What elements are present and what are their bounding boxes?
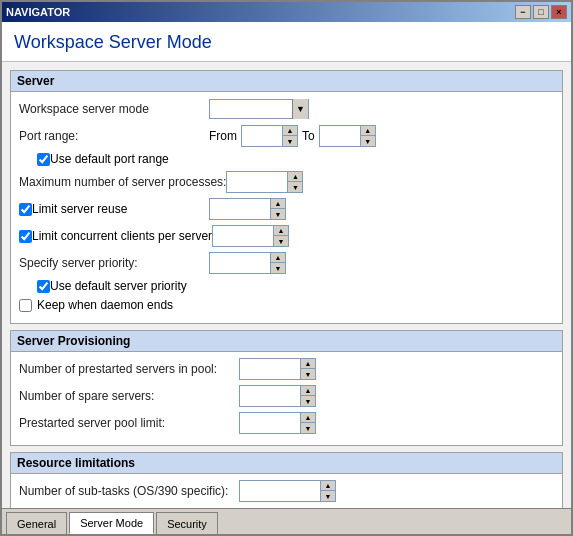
prestarted-pool-limit-up-btn[interactable]: ▲ bbox=[301, 413, 315, 423]
max-server-processes-down-btn[interactable]: ▼ bbox=[288, 182, 302, 192]
prestarted-servers-spinner-btns: ▲ ▼ bbox=[300, 359, 315, 379]
subtasks-input[interactable]: 0 bbox=[240, 481, 320, 501]
limit-server-reuse-down-btn[interactable]: ▼ bbox=[271, 209, 285, 219]
specify-server-priority-down-btn[interactable]: ▼ bbox=[271, 263, 285, 273]
keep-when-daemon-ends-checkbox[interactable] bbox=[19, 299, 32, 312]
prestarted-pool-limit-input[interactable]: 0 bbox=[240, 413, 300, 433]
server-provisioning-body: Number of prestarted servers in pool: 0 … bbox=[11, 352, 562, 445]
subtasks-down-btn[interactable]: ▼ bbox=[321, 491, 335, 501]
limit-server-reuse-spinner-btns: ▲ ▼ bbox=[270, 199, 285, 219]
resource-limitations-section: Resource limitations Number of sub-tasks… bbox=[10, 452, 563, 508]
port-to-down-btn[interactable]: ▼ bbox=[361, 136, 375, 146]
use-default-port-range-checkbox[interactable] bbox=[37, 153, 50, 166]
port-range-controls: From 0 ▲ ▼ To 0 bbox=[209, 125, 376, 147]
specify-server-priority-row: Specify server priority: 0 ▲ ▼ bbox=[19, 252, 554, 274]
prestarted-servers-row: Number of prestarted servers in pool: 0 … bbox=[19, 358, 554, 380]
limit-concurrent-clients-input[interactable]: 0 bbox=[213, 226, 273, 246]
page-title: Workspace Server Mode bbox=[2, 22, 571, 62]
port-to-spinner: 0 ▲ ▼ bbox=[319, 125, 376, 147]
workspace-server-mode-input[interactable] bbox=[210, 100, 292, 118]
workspace-server-mode-row: Workspace server mode ▼ bbox=[19, 98, 554, 120]
server-section-header: Server bbox=[11, 71, 562, 92]
spare-servers-down-btn[interactable]: ▼ bbox=[301, 396, 315, 406]
limit-concurrent-clients-row: Limit concurrent clients per server 0 ▲ … bbox=[19, 225, 554, 247]
restore-button[interactable]: □ bbox=[533, 5, 549, 19]
content-area: Workspace Server Mode Server Workspace s… bbox=[2, 22, 571, 534]
use-default-port-range-label: Use default port range bbox=[50, 152, 169, 166]
subtasks-label: Number of sub-tasks (OS/390 specific): bbox=[19, 484, 239, 498]
spare-servers-spinner-btns: ▲ ▼ bbox=[300, 386, 315, 406]
server-provisioning-header: Server Provisioning bbox=[11, 331, 562, 352]
limit-concurrent-clients-up-btn[interactable]: ▲ bbox=[274, 226, 288, 236]
tab-server-mode[interactable]: Server Mode bbox=[69, 512, 154, 534]
port-to-input[interactable]: 0 bbox=[320, 126, 360, 146]
max-server-processes-spinner-btns: ▲ ▼ bbox=[287, 172, 302, 192]
prestarted-servers-input[interactable]: 0 bbox=[240, 359, 300, 379]
limit-concurrent-clients-label: Limit concurrent clients per server bbox=[32, 229, 212, 243]
workspace-server-mode-dropdown[interactable]: ▼ bbox=[209, 99, 309, 119]
use-default-server-priority-checkbox[interactable] bbox=[37, 280, 50, 293]
port-from-up-btn[interactable]: ▲ bbox=[283, 126, 297, 136]
use-default-server-priority-row: Use default server priority bbox=[37, 279, 554, 293]
limit-concurrent-clients-checkbox[interactable] bbox=[19, 230, 32, 243]
max-server-processes-input[interactable]: 0 bbox=[227, 172, 287, 192]
prestarted-pool-limit-row: Prestarted server pool limit: 0 ▲ ▼ bbox=[19, 412, 554, 434]
port-from-input[interactable]: 0 bbox=[242, 126, 282, 146]
tab-security[interactable]: Security bbox=[156, 512, 218, 534]
max-server-processes-up-btn[interactable]: ▲ bbox=[288, 172, 302, 182]
main-window: NAVIGATOR − □ × Workspace Server Mode Se… bbox=[0, 0, 573, 536]
keep-when-daemon-ends-label: Keep when daemon ends bbox=[37, 298, 173, 312]
port-from-spinner-btns: ▲ ▼ bbox=[282, 126, 297, 146]
prestarted-pool-limit-down-btn[interactable]: ▼ bbox=[301, 423, 315, 433]
max-server-processes-label: Maximum number of server processes: bbox=[19, 175, 226, 189]
tabs-bar: General Server Mode Security bbox=[2, 508, 571, 534]
keep-when-daemon-ends-row: Keep when daemon ends bbox=[19, 298, 554, 312]
limit-concurrent-clients-spinner-btns: ▲ ▼ bbox=[273, 226, 288, 246]
port-to-label: To bbox=[302, 129, 315, 143]
specify-server-priority-up-btn[interactable]: ▲ bbox=[271, 253, 285, 263]
tab-general[interactable]: General bbox=[6, 512, 67, 534]
specify-server-priority-label: Specify server priority: bbox=[19, 256, 209, 270]
server-provisioning-section: Server Provisioning Number of prestarted… bbox=[10, 330, 563, 446]
spare-servers-input[interactable]: 0 bbox=[240, 386, 300, 406]
main-content: Server Workspace server mode ▼ Port rang… bbox=[2, 62, 571, 508]
title-bar: NAVIGATOR − □ × bbox=[2, 2, 571, 22]
prestarted-servers-up-btn[interactable]: ▲ bbox=[301, 359, 315, 369]
prestarted-servers-spinner: 0 ▲ ▼ bbox=[239, 358, 316, 380]
title-bar-buttons: − □ × bbox=[515, 5, 567, 19]
specify-server-priority-input[interactable]: 0 bbox=[210, 253, 270, 273]
prestarted-pool-limit-spinner: 0 ▲ ▼ bbox=[239, 412, 316, 434]
server-section: Server Workspace server mode ▼ Port rang… bbox=[10, 70, 563, 324]
subtasks-up-btn[interactable]: ▲ bbox=[321, 481, 335, 491]
subtasks-row: Number of sub-tasks (OS/390 specific): 0… bbox=[19, 480, 554, 502]
limit-concurrent-clients-down-btn[interactable]: ▼ bbox=[274, 236, 288, 246]
prestarted-servers-label: Number of prestarted servers in pool: bbox=[19, 362, 239, 376]
resource-limitations-header: Resource limitations bbox=[11, 453, 562, 474]
workspace-server-mode-label: Workspace server mode bbox=[19, 102, 209, 116]
close-button[interactable]: × bbox=[551, 5, 567, 19]
resource-limitations-body: Number of sub-tasks (OS/390 specific): 0… bbox=[11, 474, 562, 508]
limit-server-reuse-checkbox[interactable] bbox=[19, 203, 32, 216]
minimize-button[interactable]: − bbox=[515, 5, 531, 19]
port-to-spinner-btns: ▲ ▼ bbox=[360, 126, 375, 146]
specify-server-priority-spinner-btns: ▲ ▼ bbox=[270, 253, 285, 273]
workspace-server-mode-arrow[interactable]: ▼ bbox=[292, 99, 308, 119]
limit-server-reuse-label: Limit server reuse bbox=[32, 202, 127, 216]
limit-server-reuse-up-btn[interactable]: ▲ bbox=[271, 199, 285, 209]
port-range-row: Port range: From 0 ▲ ▼ To bbox=[19, 125, 554, 147]
use-default-server-priority-label: Use default server priority bbox=[50, 279, 187, 293]
title-bar-text: NAVIGATOR bbox=[6, 6, 515, 18]
port-to-up-btn[interactable]: ▲ bbox=[361, 126, 375, 136]
prestarted-servers-down-btn[interactable]: ▼ bbox=[301, 369, 315, 379]
spare-servers-up-btn[interactable]: ▲ bbox=[301, 386, 315, 396]
spare-servers-row: Number of spare servers: 0 ▲ ▼ bbox=[19, 385, 554, 407]
max-server-processes-spinner: 0 ▲ ▼ bbox=[226, 171, 303, 193]
port-from-label: From bbox=[209, 129, 237, 143]
limit-server-reuse-input[interactable]: 50 bbox=[210, 199, 270, 219]
port-from-spinner: 0 ▲ ▼ bbox=[241, 125, 298, 147]
port-from-down-btn[interactable]: ▼ bbox=[283, 136, 297, 146]
limit-concurrent-clients-spinner: 0 ▲ ▼ bbox=[212, 225, 289, 247]
prestarted-pool-limit-spinner-btns: ▲ ▼ bbox=[300, 413, 315, 433]
port-range-label: Port range: bbox=[19, 129, 209, 143]
specify-server-priority-spinner: 0 ▲ ▼ bbox=[209, 252, 286, 274]
